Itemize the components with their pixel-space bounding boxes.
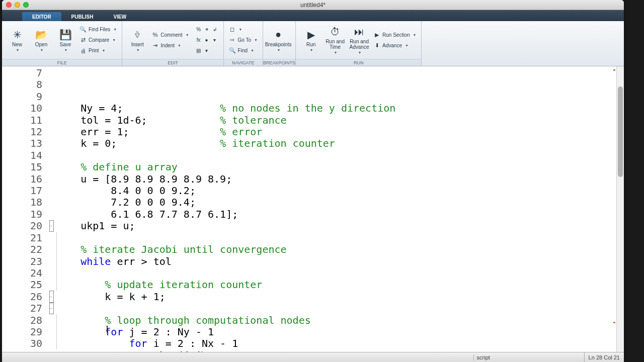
edit-tool[interactable]: fx●▾ bbox=[193, 35, 220, 45]
code-line[interactable]: ukp1(j,i bbox=[56, 350, 624, 352]
goto-button[interactable]: ⇨Go To▼ bbox=[227, 35, 260, 45]
code-line[interactable]: % update iteration counter bbox=[56, 279, 624, 291]
code-area[interactable]: I Ny = 4; % no nodes in the y direction … bbox=[56, 66, 624, 352]
run-advance-button[interactable]: ⏭Run and Advance▼ bbox=[347, 23, 371, 57]
find-files-button[interactable]: 🔍Find Files▼ bbox=[77, 25, 119, 35]
fold-cell[interactable] bbox=[46, 126, 56, 138]
chevron-down-icon: ▼ bbox=[16, 48, 20, 52]
fold-cell[interactable]: − bbox=[46, 303, 56, 314]
new-button[interactable]: ✳New▼ bbox=[5, 23, 29, 57]
edit-tool[interactable]: %✶↲ bbox=[193, 25, 220, 35]
code-line[interactable]: 8.4 0 0 0 9.2; bbox=[56, 185, 624, 197]
compare-button[interactable]: ⇄Compare▼ bbox=[77, 35, 119, 45]
fold-cell[interactable] bbox=[46, 150, 56, 161]
fold-cell[interactable] bbox=[46, 267, 56, 279]
chevron-down-icon: ▼ bbox=[112, 38, 116, 42]
fold-cell[interactable] bbox=[46, 279, 56, 291]
code-line[interactable]: k = 0; % iteration counter bbox=[56, 138, 624, 149]
fold-cell[interactable] bbox=[46, 138, 56, 149]
save-icon: 💾 bbox=[59, 29, 71, 41]
code-line[interactable]: while err > tol bbox=[56, 256, 624, 267]
tab-publish[interactable]: PUBLISH bbox=[61, 12, 104, 21]
nav-top[interactable]: ◻▼ bbox=[227, 25, 260, 35]
code-line[interactable]: err = 1; % error bbox=[56, 126, 624, 138]
close-icon[interactable] bbox=[6, 2, 12, 8]
code-line[interactable]: % iterate Jacobi until convergence bbox=[56, 244, 624, 255]
comment-button[interactable]: %Comment▼ bbox=[149, 30, 191, 40]
fold-cell[interactable] bbox=[46, 79, 56, 90]
run-section-button[interactable]: ▶Run Section▼ bbox=[371, 30, 418, 40]
code-line[interactable] bbox=[56, 267, 624, 279]
editor[interactable]: 7891011121314151617181920212223242526272… bbox=[2, 66, 624, 352]
indent-button[interactable]: ⇥Indent▼ bbox=[149, 40, 191, 50]
line-number: 13 bbox=[2, 138, 42, 149]
code-line[interactable]: 6.1 6.8 7.7 8.7 6.1]; bbox=[56, 209, 624, 220]
tab-editor[interactable]: EDITOR bbox=[22, 12, 61, 21]
fold-cell[interactable] bbox=[46, 314, 56, 326]
insert-button[interactable]: ⎀Insert▼ bbox=[125, 23, 149, 57]
run-time-button[interactable]: ⏱Run and Time▼ bbox=[323, 23, 347, 57]
chevron-down-icon: ▼ bbox=[178, 44, 181, 47]
line-number: 22 bbox=[2, 244, 42, 255]
code-line[interactable] bbox=[56, 150, 624, 161]
window-title: untitled4* bbox=[2, 2, 624, 9]
fold-cell[interactable] bbox=[46, 326, 56, 338]
fold-toggle[interactable]: − bbox=[49, 303, 54, 314]
line-number: 16 bbox=[2, 173, 42, 185]
run-section-icon: ▶ bbox=[373, 32, 380, 38]
fold-toggle[interactable]: − bbox=[49, 220, 54, 232]
line-number: 10 bbox=[2, 103, 42, 114]
code-line[interactable] bbox=[56, 232, 624, 244]
open-icon: 📂 bbox=[35, 29, 47, 41]
fold-cell[interactable] bbox=[46, 338, 56, 349]
fold-cell[interactable] bbox=[46, 244, 56, 255]
print-button[interactable]: 🖨Print▼ bbox=[77, 46, 119, 56]
tab-view[interactable]: VIEW bbox=[104, 12, 137, 21]
open-button[interactable]: 📂Open▼ bbox=[29, 23, 53, 57]
fold-cell[interactable] bbox=[46, 185, 56, 197]
save-button[interactable]: 💾Save▼ bbox=[53, 23, 77, 57]
code-line[interactable]: tol = 1d-6; % tolerance bbox=[56, 115, 624, 126]
fold-cell[interactable] bbox=[46, 161, 56, 173]
fold-cell[interactable] bbox=[46, 197, 56, 208]
line-number: 20 bbox=[2, 220, 42, 232]
code-line[interactable]: k = k + 1; bbox=[56, 291, 624, 303]
fold-cell[interactable] bbox=[46, 67, 56, 79]
scrollbar-thumb[interactable] bbox=[618, 86, 623, 177]
code-line[interactable]: for i = 2 : Nx - 1 bbox=[56, 338, 624, 349]
code-line[interactable]: ukp1 = u; bbox=[56, 220, 624, 232]
fold-cell[interactable] bbox=[46, 255, 56, 267]
title-bar: untitled4* bbox=[2, 0, 624, 10]
code-line[interactable]: % define u array bbox=[56, 161, 624, 173]
code-line[interactable]: 7.2 0 0 0 9.4; bbox=[56, 197, 624, 208]
find-button[interactable]: 🔍Find▼ bbox=[227, 46, 260, 56]
fold-toggle[interactable]: − bbox=[49, 291, 54, 302]
group-label: RUN bbox=[296, 59, 421, 66]
run-button[interactable]: ▶Run▼ bbox=[299, 23, 323, 57]
chevron-down-icon: ▼ bbox=[334, 51, 338, 54]
code-line[interactable]: % loop through computational nodes bbox=[56, 315, 624, 326]
fold-column[interactable]: −−− bbox=[46, 66, 56, 352]
fold-cell[interactable]: − bbox=[46, 291, 56, 302]
zoom-icon[interactable] bbox=[23, 2, 29, 8]
advance-button[interactable]: ⬇Advance▼ bbox=[371, 40, 418, 50]
goto-label: Go To bbox=[238, 37, 252, 43]
fold-cell[interactable] bbox=[46, 103, 56, 114]
fold-cell[interactable] bbox=[46, 91, 56, 103]
fold-cell[interactable] bbox=[46, 173, 56, 185]
line-number: 7 bbox=[2, 67, 42, 79]
edit-tool[interactable]: ▤▾ bbox=[193, 46, 220, 56]
code-line[interactable] bbox=[56, 303, 624, 314]
fold-cell[interactable] bbox=[46, 232, 56, 243]
line-number: 29 bbox=[2, 326, 42, 338]
code-line[interactable]: for j = 2 : Ny - 1 bbox=[56, 326, 624, 338]
fold-cell[interactable] bbox=[46, 115, 56, 126]
code-line[interactable]: Ny = 4; % no nodes in the y direction bbox=[56, 103, 624, 114]
fold-cell[interactable] bbox=[46, 209, 56, 220]
breakpoints-button[interactable]: ●Breakpoints▼ bbox=[266, 23, 290, 57]
minimize-icon[interactable] bbox=[15, 2, 20, 8]
vertical-scrollbar[interactable] bbox=[616, 66, 624, 352]
code-line[interactable]: u = [8.9 8.9 8.9 8.9 8.9; bbox=[56, 173, 624, 185]
advance-icon: ⬇ bbox=[373, 42, 380, 49]
fold-cell[interactable]: − bbox=[46, 220, 56, 232]
